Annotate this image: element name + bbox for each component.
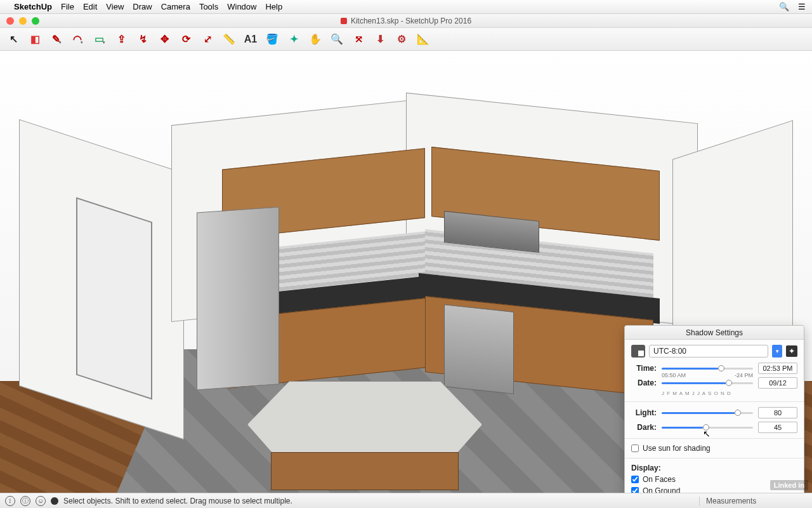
- dark-label: Dark:: [631, 423, 657, 432]
- orbit-tool[interactable]: ✦: [284, 30, 303, 48]
- doorway: [76, 197, 152, 400]
- push-pull-tool[interactable]: ⇪: [112, 30, 131, 48]
- window-titlebar: Kitchen13.skp - SketchUp Pro 2016: [0, 14, 812, 28]
- linkedin-watermark: Linked in: [770, 480, 808, 490]
- menu-help[interactable]: Help: [265, 2, 282, 11]
- shadow-toggle-icon[interactable]: [631, 345, 645, 358]
- macos-menubar: SketchUp File Edit View Draw Camera Tool…: [0, 0, 812, 14]
- menu-edit[interactable]: Edit: [83, 2, 97, 11]
- rotate-tool[interactable]: ⟳: [176, 30, 195, 48]
- layout-tool[interactable]: 📐: [414, 30, 433, 48]
- eraser-tool[interactable]: ◧: [25, 30, 44, 48]
- rectangle-tool[interactable]: ▭▾: [90, 30, 109, 48]
- kitchen-island: [247, 381, 482, 493]
- window-title-text: Kitchen13.skp - SketchUp Pro 2016: [351, 17, 471, 25]
- app-menu[interactable]: SketchUp: [14, 2, 52, 11]
- use-sun-checkbox[interactable]: Use sun for shading: [631, 444, 797, 453]
- status-dot-icon: [51, 497, 58, 505]
- menu-tools[interactable]: Tools: [199, 2, 218, 11]
- panel-title[interactable]: Shadow Settings: [625, 326, 804, 340]
- model-viewport[interactable]: Shadow Settings UTC-8:00 ▾ ✦ Time: 05:50…: [0, 51, 812, 493]
- menu-file[interactable]: File: [61, 2, 74, 11]
- timezone-dropdown-icon[interactable]: ▾: [772, 345, 782, 358]
- menu-draw[interactable]: Draw: [133, 2, 152, 11]
- scale-tool[interactable]: ⤢: [198, 30, 217, 48]
- zoom-tool[interactable]: 🔍: [327, 30, 346, 48]
- tape-measure-tool[interactable]: 📏: [219, 30, 239, 48]
- menu-camera[interactable]: Camera: [161, 2, 190, 11]
- dark-value[interactable]: 45: [758, 422, 797, 433]
- time-value[interactable]: 02:53 PM: [758, 363, 797, 374]
- paint-bucket-tool[interactable]: 🪣: [263, 30, 282, 48]
- light-label: Light:: [631, 408, 657, 417]
- document-icon: [341, 18, 347, 24]
- move-tool[interactable]: ✥: [155, 30, 174, 48]
- time-slider[interactable]: 05:50 AM -24 PM: [662, 363, 753, 373]
- status-bar: ⟟ ⓘ ☺ Select objects. Shift to extend se…: [0, 493, 812, 508]
- time-label: Time:: [631, 364, 657, 373]
- menu-list-icon[interactable]: ☰: [798, 2, 806, 11]
- light-slider[interactable]: [662, 408, 753, 418]
- window-zoom-button[interactable]: [32, 17, 39, 25]
- spotlight-icon[interactable]: 🔍: [779, 2, 789, 11]
- status-hint: Select objects. Shift to extend select. …: [63, 497, 292, 505]
- window-minimize-button[interactable]: [19, 17, 27, 25]
- credits-status-icon[interactable]: ⓘ: [20, 496, 30, 506]
- line-tool[interactable]: ✎▾: [47, 30, 66, 48]
- refrigerator: [197, 206, 279, 390]
- window-close-button[interactable]: [6, 17, 14, 25]
- date-label: Date:: [631, 378, 657, 387]
- geolocation-status-icon[interactable]: ⟟: [5, 496, 15, 506]
- main-toolbar: ↖◧✎▾◠▾▭▾⇪↯✥⟳⤢📏A1🪣✦✋🔍⤧⬇⚙📐: [0, 28, 812, 51]
- window-title: Kitchen13.skp - SketchUp Pro 2016: [341, 17, 471, 25]
- zoom-extents-tool[interactable]: ⤧: [349, 30, 368, 48]
- light-value[interactable]: 80: [758, 407, 797, 418]
- offset-tool[interactable]: ↯: [133, 30, 152, 48]
- date-value[interactable]: 09/12: [758, 377, 797, 389]
- menu-window[interactable]: Window: [227, 2, 256, 11]
- display-section-label: Display:: [631, 464, 797, 472]
- arc-tool[interactable]: ◠▾: [69, 30, 88, 48]
- month-ticks: J F M A M J J A S O N D: [662, 391, 753, 396]
- dark-slider[interactable]: [662, 422, 753, 432]
- date-slider[interactable]: [662, 378, 753, 388]
- pan-tool[interactable]: ✋: [306, 30, 325, 48]
- shadow-settings-panel[interactable]: Shadow Settings UTC-8:00 ▾ ✦ Time: 05:50…: [624, 325, 804, 493]
- extension-warehouse-tool[interactable]: ⚙: [392, 30, 411, 48]
- panel-expand-button[interactable]: ✦: [786, 345, 797, 357]
- select-tool[interactable]: ↖: [4, 30, 23, 48]
- timezone-field[interactable]: UTC-8:00: [649, 345, 768, 358]
- text-tool[interactable]: A1: [241, 30, 260, 48]
- get-models-tool[interactable]: ⬇: [370, 30, 390, 48]
- measurements-label: Measurements: [699, 497, 807, 505]
- menu-view[interactable]: View: [106, 2, 124, 11]
- profile-status-icon[interactable]: ☺: [36, 496, 46, 506]
